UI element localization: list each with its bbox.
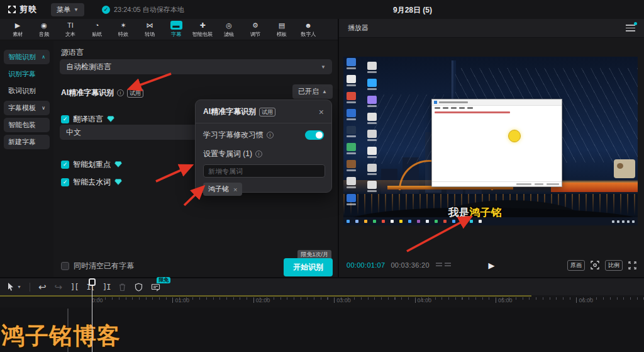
divider: [30, 283, 30, 292]
player-menu-icon[interactable]: [626, 25, 635, 31]
taskbar-app-icon: [399, 220, 402, 223]
modal-header: AI精准字幕识别 试用 ×: [203, 106, 324, 117]
filler-checkbox[interactable]: ✓: [61, 178, 69, 186]
sidebar-item-recognize-captions[interactable]: 识别字幕: [4, 67, 50, 81]
source-language-select[interactable]: 自动检测语言 ▼: [60, 59, 332, 74]
close-icon[interactable]: ×: [319, 108, 324, 116]
timeline-ruler[interactable]: 0:0001:0002:0003:0004:0005:0006:00: [0, 295, 644, 307]
desktop-icon-image: [347, 160, 356, 168]
highlight-checkbox[interactable]: ✓: [61, 161, 69, 169]
remove-tag-icon[interactable]: ×: [233, 186, 237, 193]
desktop-icon: [346, 109, 357, 123]
audio-icon: ◉: [41, 21, 47, 30]
play-button[interactable]: ▶: [489, 261, 495, 270]
menu-button[interactable]: 菜单 ▼: [51, 3, 84, 16]
desktop-icon: [367, 113, 377, 127]
focus-frame-icon[interactable]: [591, 261, 599, 270]
desktop-icons: [346, 58, 387, 215]
desktop-icon-image: [347, 92, 356, 100]
sidebar-item-label: 智能识别: [8, 52, 36, 62]
taskbar-app-icon: [355, 220, 358, 223]
toolbar-item-text[interactable]: TI文本: [58, 21, 83, 38]
sidebar-item-lyrics-recognition[interactable]: 歌词识别: [4, 84, 50, 98]
clear-existing-checkbox[interactable]: ✓: [61, 262, 69, 270]
modal-title: AI精准字幕识别: [203, 106, 256, 117]
quality-button[interactable]: 原画: [567, 260, 585, 271]
ruler-time-label: 0:00: [92, 297, 103, 304]
sidebar-item-smart-package[interactable]: 智能包装: [4, 118, 50, 132]
info-icon[interactable]: i: [267, 132, 274, 139]
track-list-icon[interactable]: [445, 263, 451, 268]
track-list-icon[interactable]: [436, 263, 442, 268]
playhead[interactable]: [89, 278, 96, 286]
info-icon[interactable]: i: [255, 150, 262, 157]
trim-right-icon[interactable]: ]I: [103, 283, 110, 292]
toolbar-item-transition[interactable]: ⋈转场: [137, 21, 162, 38]
delete-icon[interactable]: [118, 283, 126, 292]
desktop-icon-label: [347, 152, 356, 154]
desktop-icon-label: [367, 88, 377, 90]
custom-words-label: 设置专属词 (1): [203, 149, 252, 159]
redo-icon[interactable]: ↪: [55, 281, 63, 293]
desktop-icon-label: [347, 186, 356, 188]
filler-option-row: ✓ 智能去水词: [61, 177, 122, 188]
learn-habit-toggle[interactable]: [305, 130, 324, 140]
fullscreen-icon[interactable]: [628, 261, 636, 270]
desktop-icon: [346, 92, 357, 106]
ruler-time-label: 05:00: [496, 297, 513, 304]
toolbar-item-smart-pack[interactable]: ✚智能包装: [190, 21, 215, 38]
desktop-icon: [346, 75, 357, 89]
clear-existing-row: ✓ 同时清空已有字幕: [61, 261, 134, 271]
tray-icon: [622, 220, 625, 223]
toolbar-item-effects[interactable]: ✶特效: [111, 21, 136, 38]
toolbar-item-audio[interactable]: ◉音频: [31, 21, 57, 38]
playhead-handle[interactable]: [89, 278, 96, 286]
start-recognition-button[interactable]: 开始识别: [284, 258, 333, 276]
taskbar-app-icon: [443, 220, 447, 223]
taskbar-app-icon: [426, 220, 429, 223]
toolbar-item-filters[interactable]: ◎滤镜: [216, 21, 242, 38]
app-logo[interactable]: 剪映: [0, 4, 45, 15]
desktop-icon: [367, 164, 377, 178]
notepad-text-line: [435, 111, 510, 113]
divider: [196, 123, 331, 123]
sidebar-item-label: 智能包装: [8, 120, 36, 130]
ruler-time-label: 02:00: [253, 297, 270, 304]
video-preview[interactable]: 我是鸿子铭: [343, 57, 638, 225]
desktop-icon: [346, 160, 357, 174]
select-tool-icon[interactable]: ▼: [6, 282, 21, 292]
toggle-knob: [316, 132, 323, 139]
sidebar-item-caption-templates[interactable]: 字幕模板∨: [4, 101, 50, 115]
toolbar-item-sticker[interactable]: ◔贴纸: [84, 21, 109, 38]
desktop-icon-image: [367, 79, 377, 87]
info-icon[interactable]: i: [117, 89, 124, 96]
sidebar-item-new-caption[interactable]: 新建字幕: [4, 135, 50, 149]
desktop-icon-label: [347, 101, 356, 103]
desktop-icon-image: [367, 164, 377, 172]
desktop-icon: [367, 147, 377, 161]
desktop-icon-label: [367, 105, 377, 107]
toolbar-item-adjust[interactable]: ⚙调节: [243, 21, 268, 38]
new-custom-word-input[interactable]: [203, 164, 325, 178]
ratio-button[interactable]: 比例: [605, 260, 623, 271]
shield-icon[interactable]: [135, 283, 143, 292]
split-icon[interactable]: ][: [70, 283, 78, 292]
toolbar-item-digital-human[interactable]: ☻数字人: [296, 21, 321, 38]
chevron-down-icon: ▼: [321, 64, 326, 70]
custom-word-text: 鸿子铭: [208, 185, 229, 194]
sidebar-item-smart-recognition[interactable]: 智能识别∧: [4, 50, 50, 64]
translate-checkbox[interactable]: ✓: [61, 115, 69, 123]
toolbar-item-captions[interactable]: ▬字幕: [164, 21, 189, 38]
undo-icon[interactable]: ↩: [38, 281, 47, 293]
ruler-time-label: 03:00: [334, 297, 351, 304]
media-icon: ▶: [15, 21, 20, 30]
teleprompter-icon[interactable]: 限免: [151, 283, 160, 292]
taskbar-app-icon: [435, 220, 438, 223]
toolbar-item-templates[interactable]: ▤模板: [269, 21, 294, 38]
app-name: 剪映: [19, 4, 37, 15]
ai-caption-state-button[interactable]: 已开启 ▲: [292, 84, 333, 99]
sidebar-item-label: 识别字幕: [8, 69, 36, 79]
desktop-icon-image: [347, 177, 356, 185]
taskbar-app-icon: [461, 220, 464, 223]
toolbar-item-media[interactable]: ▶素材: [5, 21, 30, 38]
